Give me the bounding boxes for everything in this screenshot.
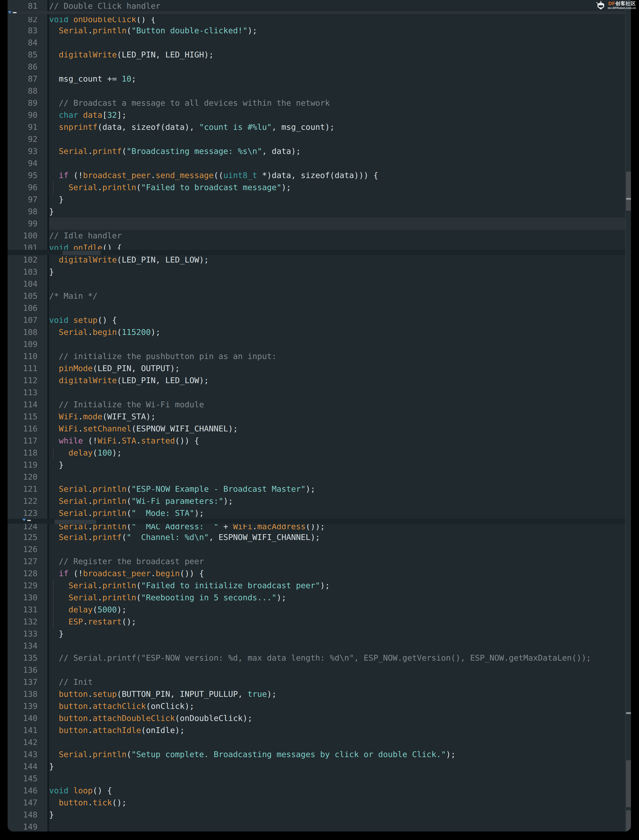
code-text[interactable]: } bbox=[47, 266, 631, 278]
code-line: 129 Serial.println("Failed to initialize… bbox=[8, 580, 631, 591]
code-text[interactable] bbox=[47, 157, 631, 169]
code-text[interactable]: Serial.println(" Mode: STA"); bbox=[47, 507, 631, 519]
code-text[interactable]: } bbox=[47, 760, 631, 773]
line-number: 136 bbox=[8, 664, 47, 676]
code-text[interactable]: WiFi.setChannel(ESPNOW_WIFI_CHANNEL); bbox=[47, 423, 631, 435]
code-text[interactable] bbox=[47, 302, 631, 314]
code-text[interactable] bbox=[47, 773, 631, 784]
code-text[interactable]: // Initialize the Wi-Fi module bbox=[47, 398, 631, 411]
line-number: 146 bbox=[8, 784, 47, 797]
scrollbar-thumb[interactable] bbox=[626, 810, 631, 832]
code-text[interactable]: Serial.println("Failed to broadcast mess… bbox=[47, 182, 631, 193]
code-text[interactable] bbox=[47, 821, 631, 832]
code-text[interactable] bbox=[47, 471, 631, 483]
indent-guide bbox=[53, 580, 54, 591]
code-text[interactable]: } bbox=[47, 206, 631, 218]
code-line: 142 bbox=[8, 736, 631, 748]
code-text[interactable]: while (!WiFi.STA.started()) { bbox=[47, 435, 631, 447]
scrollbar-thumb[interactable] bbox=[626, 172, 631, 211]
line-number: 123 bbox=[8, 507, 47, 519]
line-number: 110 bbox=[8, 350, 47, 362]
line-number: 81 bbox=[8, 0, 47, 12]
line-number: 88 bbox=[8, 85, 47, 97]
code-text[interactable]: } bbox=[47, 809, 631, 821]
code-text[interactable]: Serial.println("Setup complete. Broadcas… bbox=[47, 748, 631, 760]
stitch-dash bbox=[27, 520, 31, 521]
line-number: 96 bbox=[8, 182, 47, 193]
vertical-scrollbar-track[interactable] bbox=[625, 0, 631, 832]
code-line: 87 msg_count += 10; bbox=[8, 73, 631, 85]
code-text[interactable]: digitalWrite(LED_PIN, LED_LOW); bbox=[47, 375, 631, 386]
code-text[interactable]: ESP.restart(); bbox=[47, 616, 631, 628]
code-text[interactable]: // Idle handler bbox=[47, 230, 631, 242]
code-text[interactable]: button.attachDoubleClick(onDoubleClick); bbox=[47, 712, 631, 724]
code-text[interactable]: delay(100); bbox=[47, 447, 631, 459]
code-text[interactable]: // Init bbox=[47, 676, 631, 688]
code-text[interactable]: delay(5000); bbox=[47, 604, 631, 616]
code-text[interactable]: digitalWrite(LED_PIN, LED_LOW); bbox=[47, 254, 631, 266]
line-number: 112 bbox=[8, 375, 47, 386]
code-text[interactable]: digitalWrite(LED_PIN, LED_HIGH); bbox=[47, 49, 631, 61]
stitch-seam bbox=[8, 250, 631, 255]
code-text[interactable] bbox=[47, 61, 631, 73]
indent-guide bbox=[53, 616, 54, 628]
code-text[interactable] bbox=[47, 664, 631, 676]
code-text[interactable]: } bbox=[47, 628, 631, 640]
code-text[interactable]: void loop() { bbox=[47, 784, 631, 797]
code-text[interactable]: void setup() { bbox=[47, 314, 631, 326]
code-text[interactable] bbox=[47, 133, 631, 145]
code-text[interactable]: button.attachIdle(onIdle); bbox=[47, 724, 631, 736]
code-text[interactable]: // Serial.printf("ESP-NOW version: %d, m… bbox=[47, 652, 631, 664]
code-line: 127 // Register the broadcast peer bbox=[8, 555, 631, 567]
code-text[interactable]: snprintf(data, sizeof(data), "count is #… bbox=[47, 121, 631, 133]
code-text[interactable]: Serial.println("Failed to initialize bro… bbox=[47, 580, 631, 591]
code-text[interactable]: if (!broadcast_peer.send_message((uint8_… bbox=[47, 169, 631, 182]
code-text[interactable] bbox=[47, 640, 631, 652]
line-number: 132 bbox=[8, 616, 47, 628]
code-text[interactable]: msg_count += 10; bbox=[47, 73, 631, 85]
code-text[interactable]: } bbox=[47, 459, 631, 471]
code-text[interactable]: // Double Click handler bbox=[47, 0, 631, 12]
line-number: 144 bbox=[8, 760, 47, 773]
code-text[interactable]: pinMode(LED_PIN, OUTPUT); bbox=[47, 362, 631, 375]
code-text[interactable] bbox=[47, 37, 631, 49]
code-text[interactable]: Serial.println("Button double-clicked!")… bbox=[47, 25, 631, 37]
code-rows: 81// Double Click handler82void onDouble… bbox=[8, 0, 631, 832]
code-text[interactable]: // initialize the pushbutton pin as an i… bbox=[47, 350, 631, 362]
code-text[interactable]: Serial.println("ESP-NOW Example - Broadc… bbox=[47, 483, 631, 495]
code-text[interactable] bbox=[47, 386, 631, 398]
code-text[interactable] bbox=[47, 85, 631, 97]
code-text[interactable]: Serial.println("Reebooting in 5 seconds.… bbox=[47, 591, 631, 604]
code-text[interactable]: Serial.begin(115200); bbox=[47, 326, 631, 338]
code-line: 107void setup() { bbox=[8, 314, 631, 326]
code-text[interactable] bbox=[47, 338, 631, 350]
code-text[interactable] bbox=[47, 278, 631, 290]
code-text[interactable]: char data[32]; bbox=[47, 109, 631, 121]
code-text[interactable]: // Register the broadcast peer bbox=[47, 555, 631, 567]
code-text[interactable] bbox=[47, 544, 631, 555]
code-text[interactable]: button.attachClick(onClick); bbox=[47, 700, 631, 712]
scrollbar-thumb[interactable] bbox=[626, 760, 631, 807]
code-text[interactable] bbox=[47, 218, 631, 230]
code-text[interactable]: if (!broadcast_peer.begin()) { bbox=[47, 567, 631, 580]
code-text[interactable]: // Broadcast a message to all devices wi… bbox=[47, 97, 631, 109]
code-text[interactable] bbox=[47, 736, 631, 748]
watermark-text: DF创客社区 mc.DFRobot.com.cn bbox=[608, 1, 636, 10]
indent-guide bbox=[53, 182, 54, 193]
code-line: 110 // initialize the pushbutton pin as … bbox=[8, 350, 631, 362]
line-number: 93 bbox=[8, 145, 47, 157]
code-text[interactable]: WiFi.mode(WIFI_STA); bbox=[47, 411, 631, 423]
code-text[interactable]: Serial.printf(" Channel: %d\n", ESPNOW_W… bbox=[47, 531, 631, 544]
line-number: 108 bbox=[8, 326, 47, 338]
code-text[interactable]: /* Main */ bbox=[47, 290, 631, 302]
stitch-artifact bbox=[54, 520, 96, 524]
code-text[interactable]: button.tick(); bbox=[47, 797, 631, 809]
code-text[interactable]: button.setup(BUTTON_PIN, INPUT_PULLUP, t… bbox=[47, 688, 631, 700]
code-text[interactable]: Serial.printf("Broadcasting message: %s\… bbox=[47, 145, 631, 157]
code-text[interactable]: } bbox=[47, 193, 631, 206]
watermark-url: mc.DFRobot.com.cn bbox=[608, 6, 636, 10]
code-text[interactable]: Serial.println("Wi-Fi parameters:"); bbox=[47, 495, 631, 507]
line-number: 149 bbox=[8, 821, 47, 832]
code-line: 143 Serial.println("Setup complete. Broa… bbox=[8, 748, 631, 760]
code-line: 115 WiFi.mode(WIFI_STA); bbox=[8, 411, 631, 423]
